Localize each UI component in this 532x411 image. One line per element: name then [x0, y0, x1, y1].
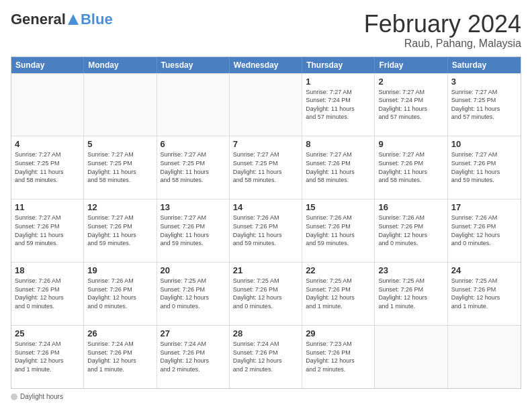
- day-number: 10: [451, 139, 517, 149]
- day-info: Sunrise: 7:27 AM Sunset: 7:25 PM Dayligh…: [87, 150, 152, 184]
- cal-cell-4-4: 29Sunrise: 7:23 AM Sunset: 7:26 PM Dayli…: [302, 326, 375, 388]
- day-info: Sunrise: 7:25 AM Sunset: 7:26 PM Dayligh…: [161, 277, 226, 310]
- cal-cell-1-5: 9Sunrise: 7:27 AM Sunset: 7:26 PM Daylig…: [375, 136, 447, 199]
- day-info: Sunrise: 7:27 AM Sunset: 7:26 PM Dayligh…: [87, 214, 152, 247]
- day-number: 29: [306, 328, 371, 338]
- calendar-body: 1Sunrise: 7:27 AM Sunset: 7:24 PM Daylig…: [11, 73, 521, 388]
- header-saturday: Saturday: [448, 57, 521, 73]
- cal-cell-0-5: 2Sunrise: 7:27 AM Sunset: 7:24 PM Daylig…: [375, 74, 447, 136]
- cal-cell-4-2: 27Sunrise: 7:24 AM Sunset: 7:26 PM Dayli…: [157, 326, 230, 388]
- cal-cell-2-3: 14Sunrise: 7:26 AM Sunset: 7:26 PM Dayli…: [230, 199, 302, 262]
- location: Raub, Pahang, Malaysia: [364, 38, 521, 50]
- cal-cell-0-3: [230, 74, 302, 136]
- day-number: 19: [87, 265, 152, 275]
- day-number: 22: [306, 265, 371, 275]
- day-number: 16: [378, 202, 443, 212]
- day-number: 14: [233, 202, 298, 212]
- day-number: 7: [233, 139, 298, 149]
- cal-cell-0-2: [157, 74, 230, 136]
- day-info: Sunrise: 7:25 AM Sunset: 7:26 PM Dayligh…: [306, 277, 371, 310]
- day-info: Sunrise: 7:25 AM Sunset: 7:26 PM Dayligh…: [451, 277, 517, 310]
- day-info: Sunrise: 7:27 AM Sunset: 7:26 PM Dayligh…: [15, 214, 80, 247]
- header-thursday: Thursday: [302, 57, 375, 73]
- day-number: 18: [15, 265, 80, 275]
- calendar: Sunday Monday Tuesday Wednesday Thursday…: [11, 56, 521, 389]
- day-number: 9: [378, 139, 443, 149]
- day-info: Sunrise: 7:27 AM Sunset: 7:25 PM Dayligh…: [451, 88, 517, 122]
- day-number: 20: [161, 265, 226, 275]
- day-info: Sunrise: 7:24 AM Sunset: 7:26 PM Dayligh…: [87, 340, 152, 373]
- day-info: Sunrise: 7:27 AM Sunset: 7:25 PM Dayligh…: [15, 150, 80, 184]
- day-info: Sunrise: 7:27 AM Sunset: 7:25 PM Dayligh…: [233, 150, 298, 184]
- cal-cell-4-1: 26Sunrise: 7:24 AM Sunset: 7:26 PM Dayli…: [84, 326, 157, 388]
- day-info: Sunrise: 7:26 AM Sunset: 7:26 PM Dayligh…: [87, 277, 152, 310]
- cal-cell-0-6: 3Sunrise: 7:27 AM Sunset: 7:25 PM Daylig…: [448, 74, 521, 136]
- cal-cell-2-1: 12Sunrise: 7:27 AM Sunset: 7:26 PM Dayli…: [84, 199, 157, 262]
- cal-cell-1-1: 5Sunrise: 7:27 AM Sunset: 7:25 PM Daylig…: [84, 136, 157, 199]
- day-number: 4: [15, 139, 80, 149]
- footer-dot: [11, 394, 17, 400]
- day-info: Sunrise: 7:25 AM Sunset: 7:26 PM Dayligh…: [233, 277, 298, 310]
- logo-icon: [66, 13, 80, 26]
- day-number: 12: [87, 202, 152, 212]
- month-title: February 2024: [364, 11, 521, 38]
- day-info: Sunrise: 7:26 AM Sunset: 7:26 PM Dayligh…: [378, 214, 443, 247]
- cal-cell-3-0: 18Sunrise: 7:26 AM Sunset: 7:26 PM Dayli…: [11, 263, 84, 325]
- day-number: 1: [306, 77, 371, 87]
- day-info: Sunrise: 7:27 AM Sunset: 7:24 PM Dayligh…: [378, 88, 443, 122]
- day-info: Sunrise: 7:27 AM Sunset: 7:26 PM Dayligh…: [306, 150, 371, 184]
- cal-cell-1-0: 4Sunrise: 7:27 AM Sunset: 7:25 PM Daylig…: [11, 136, 84, 199]
- day-number: 8: [306, 139, 371, 149]
- page: General Blue February 2024 Raub, Pahang,…: [0, 0, 532, 411]
- cal-cell-2-4: 15Sunrise: 7:26 AM Sunset: 7:26 PM Dayli…: [302, 199, 375, 262]
- day-info: Sunrise: 7:24 AM Sunset: 7:26 PM Dayligh…: [233, 340, 298, 373]
- logo-text: General Blue: [11, 11, 113, 28]
- week-row-3: 18Sunrise: 7:26 AM Sunset: 7:26 PM Dayli…: [11, 262, 521, 325]
- day-number: 21: [233, 265, 298, 275]
- day-info: Sunrise: 7:26 AM Sunset: 7:26 PM Dayligh…: [15, 277, 80, 310]
- day-number: 6: [161, 139, 226, 149]
- day-number: 24: [451, 265, 517, 275]
- day-number: 27: [161, 328, 226, 338]
- cal-cell-4-6: [448, 326, 521, 388]
- header-tuesday: Tuesday: [157, 57, 230, 73]
- logo-general: General: [11, 11, 66, 28]
- day-number: 28: [233, 328, 298, 338]
- day-info: Sunrise: 7:26 AM Sunset: 7:26 PM Dayligh…: [451, 214, 517, 247]
- day-number: 11: [15, 202, 80, 212]
- logo: General Blue: [11, 11, 113, 28]
- cal-cell-1-3: 7Sunrise: 7:27 AM Sunset: 7:25 PM Daylig…: [230, 136, 302, 199]
- footer-label: Daylight hours: [20, 393, 63, 400]
- cal-cell-2-0: 11Sunrise: 7:27 AM Sunset: 7:26 PM Dayli…: [11, 199, 84, 262]
- day-info: Sunrise: 7:24 AM Sunset: 7:26 PM Dayligh…: [15, 340, 80, 373]
- day-number: 17: [451, 202, 517, 212]
- week-row-1: 4Sunrise: 7:27 AM Sunset: 7:25 PM Daylig…: [11, 136, 521, 199]
- cal-cell-1-2: 6Sunrise: 7:27 AM Sunset: 7:25 PM Daylig…: [157, 136, 230, 199]
- day-info: Sunrise: 7:27 AM Sunset: 7:24 PM Dayligh…: [306, 88, 371, 122]
- day-info: Sunrise: 7:26 AM Sunset: 7:26 PM Dayligh…: [233, 214, 298, 247]
- day-number: 26: [87, 328, 152, 338]
- calendar-header: Sunday Monday Tuesday Wednesday Thursday…: [11, 57, 521, 73]
- cal-cell-4-3: 28Sunrise: 7:24 AM Sunset: 7:26 PM Dayli…: [230, 326, 302, 388]
- cal-cell-2-5: 16Sunrise: 7:26 AM Sunset: 7:26 PM Dayli…: [375, 199, 447, 262]
- cal-cell-3-6: 24Sunrise: 7:25 AM Sunset: 7:26 PM Dayli…: [448, 263, 521, 325]
- header-monday: Monday: [84, 57, 157, 73]
- cal-cell-2-6: 17Sunrise: 7:26 AM Sunset: 7:26 PM Dayli…: [448, 199, 521, 262]
- day-number: 25: [15, 328, 80, 338]
- header: General Blue February 2024 Raub, Pahang,…: [11, 11, 521, 50]
- day-number: 13: [161, 202, 226, 212]
- cal-cell-0-0: [11, 74, 84, 136]
- day-info: Sunrise: 7:27 AM Sunset: 7:25 PM Dayligh…: [161, 150, 226, 184]
- cal-cell-4-0: 25Sunrise: 7:24 AM Sunset: 7:26 PM Dayli…: [11, 326, 84, 388]
- cal-cell-3-1: 19Sunrise: 7:26 AM Sunset: 7:26 PM Dayli…: [84, 263, 157, 325]
- header-friday: Friday: [375, 57, 447, 73]
- day-info: Sunrise: 7:27 AM Sunset: 7:26 PM Dayligh…: [378, 150, 443, 184]
- cal-cell-2-2: 13Sunrise: 7:27 AM Sunset: 7:26 PM Dayli…: [157, 199, 230, 262]
- day-number: 2: [378, 77, 443, 87]
- footer: Daylight hours: [11, 393, 521, 400]
- day-info: Sunrise: 7:23 AM Sunset: 7:26 PM Dayligh…: [306, 340, 371, 373]
- day-info: Sunrise: 7:27 AM Sunset: 7:26 PM Dayligh…: [161, 214, 226, 247]
- cal-cell-0-4: 1Sunrise: 7:27 AM Sunset: 7:24 PM Daylig…: [302, 74, 375, 136]
- day-info: Sunrise: 7:25 AM Sunset: 7:26 PM Dayligh…: [378, 277, 443, 310]
- week-row-0: 1Sunrise: 7:27 AM Sunset: 7:24 PM Daylig…: [11, 73, 521, 136]
